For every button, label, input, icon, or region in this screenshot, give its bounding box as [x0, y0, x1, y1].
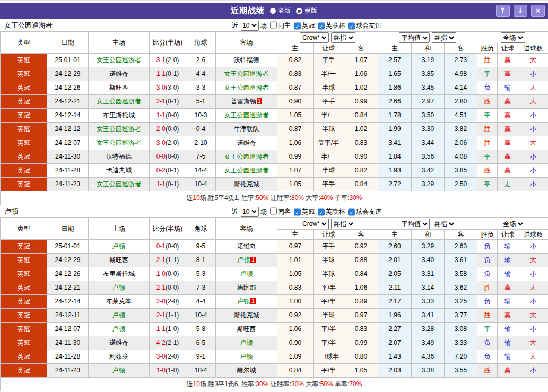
match-date: 24-12-11 — [47, 309, 89, 323]
home-team-name[interactable]: 卢顿 — [112, 242, 125, 250]
odds-away: 0.89 — [344, 295, 378, 309]
away-team-name[interactable]: 女王公园巡游者 — [224, 84, 269, 91]
home-team-name[interactable]: 诺维奇 — [109, 70, 128, 77]
home-team-name[interactable]: 卡迪夫城 — [106, 167, 132, 174]
odds-away: 0.90 — [344, 150, 378, 164]
move-up-button[interactable]: ↑ — [496, 5, 510, 17]
col-date: 日期 — [47, 32, 89, 54]
col-odds-home: 主 — [277, 43, 314, 54]
home-team-name[interactable]: 女王公园巡游者 — [97, 125, 141, 133]
scope-select[interactable]: 全场 — [501, 219, 525, 229]
match-date: 24-12-21 — [47, 95, 89, 109]
away-team-name[interactable]: 女王公园巡游者 — [224, 111, 269, 119]
away-team-name[interactable]: 斯托克城 — [234, 311, 259, 319]
home-team-name[interactable]: 女王公园巡游者 — [97, 56, 141, 64]
bookmaker-select[interactable]: Crow* — [300, 219, 329, 229]
match-count-select[interactable]: 10 — [240, 20, 259, 30]
match-row: 英冠 24-12-11 卢顿 2-1(1-1) 10-4 斯托克城 0.92 半… — [1, 309, 548, 323]
match-date: 24-12-26 — [47, 81, 89, 95]
bookmaker-select[interactable]: Crow* — [300, 32, 329, 43]
away-team-name[interactable]: 斯旺西 — [237, 325, 256, 333]
home-team-name[interactable]: 女王公园巡游者 — [97, 180, 141, 188]
home-team-name[interactable]: 布莱克本 — [106, 298, 132, 305]
bookmaker-stage-select[interactable]: 终指 — [331, 219, 355, 229]
away-team-name[interactable]: 卢顿 — [240, 270, 253, 277]
away-team-name[interactable]: 诺维奇 — [237, 139, 256, 146]
corners: 5-3 — [186, 267, 216, 281]
scope-select[interactable]: 全场 — [501, 32, 525, 43]
away-team-name[interactable]: 诺维奇 — [237, 242, 256, 250]
home-team-name[interactable]: 布里斯托城 — [103, 270, 135, 277]
match-date: 24-12-14 — [47, 295, 89, 309]
avg-odds-home: 2.01 — [378, 254, 412, 267]
match-count-select[interactable]: 10 — [240, 206, 259, 216]
away-team-name[interactable]: 卢顿 — [240, 339, 253, 346]
league-filter-efl-cup[interactable]: ✓英联杯 — [315, 207, 345, 216]
home-team-name[interactable]: 诺维奇 — [109, 339, 128, 346]
home-team-name[interactable]: 卢顿 — [112, 284, 125, 291]
home-team-name[interactable]: 斯旺西 — [109, 84, 128, 91]
away-team-name[interactable]: 卢顿 — [240, 353, 253, 360]
home-team-name[interactable]: 布里斯托城 — [103, 111, 135, 119]
league-label: 英冠 — [18, 256, 30, 264]
average-select[interactable]: 平均值 — [399, 32, 430, 43]
halftime-score: (0-1) — [166, 180, 179, 188]
move-down-button[interactable]: ↓ — [514, 5, 527, 17]
league-filter-friendly[interactable]: ✓球会友谊 — [345, 207, 381, 216]
same-venue-filter[interactable]: 同主 — [267, 21, 291, 30]
same-venue-filter[interactable]: 同客 — [267, 207, 291, 216]
match-date: 24-12-07 — [47, 323, 89, 336]
away-team-name[interactable]: 卢顿 — [237, 298, 250, 305]
away-team-name[interactable]: 女王公园巡游者 — [224, 153, 269, 160]
corners: 6-5 — [186, 336, 216, 350]
home-team-name[interactable]: 利兹联 — [109, 353, 128, 360]
average-select[interactable]: 平均值 — [399, 219, 430, 229]
view-option-vertical[interactable]: 竖版 — [270, 6, 291, 15]
home-team-cell: 沃特福德 — [89, 150, 150, 164]
avg-odds-home: 2.72 — [378, 178, 412, 191]
home-team-cell: 诺维奇 — [89, 336, 150, 350]
home-team-name[interactable]: 女王公园巡游者 — [97, 98, 141, 105]
avg-odds-draw: 2.97 — [412, 95, 445, 109]
away-team-name[interactable]: 普雷斯顿 — [231, 98, 256, 105]
away-team-name[interactable]: 女王公园巡游者 — [224, 167, 269, 174]
league-filter-championship[interactable]: ✓英冠 — [291, 207, 315, 216]
view-option-horizontal[interactable]: 横版 — [296, 6, 317, 15]
close-button[interactable]: × — [531, 5, 545, 17]
home-team-name[interactable]: 沃特福德 — [106, 153, 132, 160]
avg-odds-home: 1.84 — [378, 150, 412, 164]
home-team-name[interactable]: 斯旺西 — [109, 256, 128, 264]
away-team-name[interactable]: 赫尔城 — [237, 367, 256, 374]
odds-handicap: 半/一 — [314, 150, 344, 164]
avg-odds-home: 1.65 — [378, 67, 412, 81]
checkbox-checked-icon: ✓ — [348, 208, 355, 215]
halftime-score: (0-0) — [166, 242, 179, 250]
league-label: 英冠 — [18, 311, 30, 319]
away-team-name[interactable]: 卢顿 — [237, 256, 250, 264]
home-team-name[interactable]: 卢顿 — [112, 311, 125, 319]
odds-handicap: 平手 — [314, 178, 344, 191]
away-team-name[interactable]: 德比郡 — [237, 284, 256, 291]
away-team-name[interactable]: 牛津联队 — [234, 125, 259, 133]
score-cell: 2-1(1-1) — [150, 309, 186, 323]
average-stage-select[interactable]: 终指 — [432, 219, 456, 229]
home-team-cell: 斯旺西 — [89, 81, 150, 95]
home-team-name[interactable]: 卢顿 — [112, 367, 125, 374]
odds-home: 1.00 — [277, 295, 314, 309]
bookmaker-stage-select[interactable]: 终指 — [331, 32, 355, 43]
average-stage-select[interactable]: 终指 — [432, 32, 456, 43]
away-team-name[interactable]: 沃特福德 — [234, 56, 259, 64]
league-filter-efl-cup[interactable]: ✓英联杯 — [315, 21, 345, 30]
fulltime-score: 1-1 — [156, 325, 166, 333]
up-arrow-icon: ↑ — [500, 6, 506, 14]
league-filter-friendly[interactable]: ✓球会友谊 — [345, 21, 381, 30]
home-team-name[interactable]: 女王公园巡游者 — [97, 139, 141, 146]
league-badge: 英冠 — [1, 295, 47, 309]
league-filter-championship[interactable]: ✓英冠 — [291, 21, 315, 30]
away-team-name[interactable]: 斯托克城 — [234, 180, 259, 188]
odds-handicap: 平手 — [314, 240, 344, 254]
away-team-name[interactable]: 女王公园巡游者 — [224, 70, 269, 77]
away-team-cell: 卢顿 — [216, 267, 277, 281]
home-team-name[interactable]: 卢顿 — [112, 325, 125, 333]
odds-home: 0.92 — [277, 309, 314, 323]
